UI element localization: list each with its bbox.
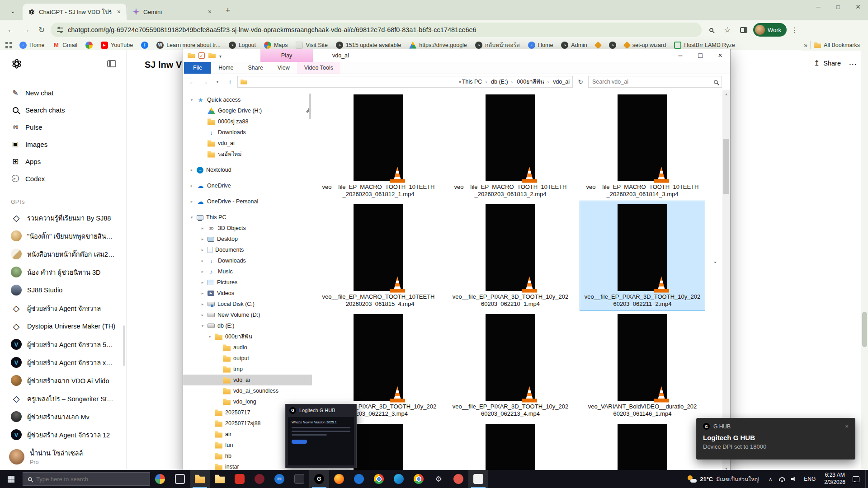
file-item[interactable]: veo__file_EP_MACRO_TOOTH_10TEETH _202602…	[576, 91, 708, 201]
language-indicator[interactable]: ENG	[800, 476, 820, 482]
url-input[interactable]	[68, 26, 695, 33]
taskbar-app-button[interactable]	[289, 470, 309, 488]
explorer-maximize-button[interactable]: □	[690, 49, 710, 62]
tree-item[interactable]: vdo_ai	[183, 375, 312, 385]
gpt-list-item[interactable]: ผู้ช่วยสร้าง Agent จักรวาล 5ฉา...	[5, 335, 122, 353]
tree-expander-icon[interactable]	[189, 168, 194, 172]
file-item[interactable]: veo__file_EP_PIXAR_3D_TOOTH_10y_202 6020…	[576, 201, 708, 310]
gpt-list-item[interactable]: SJ88 Studio	[5, 281, 122, 299]
page-scrollbar[interactable]	[861, 50, 868, 470]
bookmarks-overflow-icon[interactable]	[801, 42, 810, 49]
tree-item[interactable]: 0000sj za88	[183, 116, 312, 127]
explorer-forward-icon[interactable]: →	[199, 76, 210, 87]
tree-item[interactable]: Documents	[183, 244, 312, 255]
sidebar-nav-item[interactable]: Apps	[5, 153, 122, 170]
forward-button[interactable]: →	[20, 23, 33, 36]
network-icon[interactable]	[776, 470, 788, 488]
breadcrumb-segment[interactable]: This PC	[462, 79, 490, 85]
sidebar-nav-item[interactable]: Codex	[5, 170, 122, 187]
file-item[interactable]: veo__file_EP_PIXAR_3D_TOOTH_10y_202 6020…	[444, 310, 576, 420]
explorer-scrollbar[interactable]	[722, 90, 730, 472]
ribbon-tab[interactable]: Share	[241, 62, 270, 74]
page-scrollbar-thumb[interactable]	[862, 312, 867, 347]
gpt-list-item[interactable]: ผู้ช่วยสร้าง Agent จักรวาล 12	[5, 426, 122, 444]
explorer-history-icon[interactable]: ▾	[212, 76, 223, 87]
notification-toast[interactable]: G HUB Logitech G HUB Device DPI set to 1…	[696, 418, 855, 460]
explorer-scrollbar-thumb[interactable]	[723, 139, 729, 194]
toast-close-icon[interactable]	[845, 423, 849, 430]
tab-search-icon[interactable]	[6, 5, 19, 17]
sidebar-nav-item[interactable]: Images	[5, 136, 122, 153]
taskbar-app-button[interactable]	[150, 470, 170, 488]
tab-chatgpt[interactable]: ChatGPT - SJ lnw VDO โปรแกรม ×	[23, 4, 127, 20]
tree-item[interactable]: db (E:)	[183, 320, 312, 331]
tree-item[interactable]: 3D Objects	[183, 223, 312, 234]
sidebar-nav-item[interactable]: Search chats	[5, 101, 122, 118]
taskbar-app-button[interactable]	[429, 470, 448, 488]
refresh-icon[interactable]	[575, 76, 586, 87]
reload-button[interactable]: ↻	[35, 23, 48, 36]
taskbar-app-button[interactable]	[309, 470, 329, 488]
tree-expander-icon[interactable]	[200, 258, 205, 263]
taskbar-app-button[interactable]	[329, 470, 349, 488]
tree-expander-icon[interactable]	[189, 215, 194, 220]
gpt-list-item[interactable]: ครูเพลงโปร – Songwriter Stu...	[5, 389, 122, 408]
tree-item[interactable]: Desktop	[183, 234, 312, 244]
tree-item[interactable]: Music	[183, 266, 312, 277]
tree-expander-icon[interactable]	[200, 269, 205, 274]
ribbon-tab[interactable]: View	[270, 62, 297, 74]
gpt-list-item[interactable]: ผู้ช่วยสร้าง Agent จักรวาล xx ...	[5, 353, 122, 371]
gpt-list-item[interactable]: รวมความรู้ที่เรียนมา By SJ88	[5, 209, 122, 227]
ribbon-tab[interactable]: Home	[211, 62, 241, 74]
qat-customize-icon[interactable]	[219, 52, 222, 60]
gpt-list-item[interactable]: "น้องตั๊ก" เขียนบทพูดขายสินค้...	[5, 227, 122, 245]
new-tab-button[interactable]	[222, 5, 234, 16]
share-button[interactable]: Share	[814, 59, 841, 67]
conversation-menu-icon[interactable]	[845, 57, 860, 71]
account-row[interactable]: น้ำน่าน โซล่าเซลล์ Pro	[0, 443, 126, 470]
sidebar-toggle-icon[interactable]	[107, 60, 116, 67]
bookmark-item[interactable]: 1515 update available	[333, 41, 404, 50]
new-folder-icon[interactable]	[208, 53, 216, 58]
bookmark-item[interactable]: Learn more about tr...	[153, 41, 224, 50]
gpt-list-item[interactable]: ผู้ช่วยสร้างนางเอก Mv	[5, 408, 122, 426]
file-item[interactable]: veo__file_EP_MACRO_TOOTH_10TEETH _202602…	[312, 201, 444, 310]
ghub-taskbar-preview[interactable]: Logitech G HUB What's New in Version 202…	[285, 404, 357, 468]
minimize-button[interactable]	[808, 0, 828, 14]
maximize-button[interactable]	[828, 0, 848, 14]
site-settings-icon[interactable]	[57, 28, 63, 32]
apps-grid-icon[interactable]	[5, 42, 12, 48]
tree-item[interactable]: Google Drive (H:)	[183, 105, 312, 116]
file-item[interactable]: veo_VARIANT_BoldVIDEO__duratio_202 60203…	[576, 310, 708, 420]
start-button[interactable]	[0, 470, 22, 488]
tree-item[interactable]: Videos	[183, 288, 312, 299]
gpt-list-item[interactable]: หนังสือนายหน้าตั๊กต๊อก เล่ม2 B...	[5, 245, 122, 263]
ribbon-tab[interactable]: File	[184, 62, 211, 74]
breadcrumb-segment[interactable]: vdo_ai	[553, 79, 570, 85]
tree-item[interactable]: Pictures	[183, 277, 312, 288]
tab-close-icon[interactable]: ×	[207, 8, 213, 15]
tree-item[interactable]: vdo_ai_soundless	[183, 385, 312, 396]
tree-item[interactable]: Local Disk (C:)	[183, 299, 312, 310]
taskbar-app-button[interactable]	[210, 470, 230, 488]
sidebar-nav-item[interactable]: New chat	[5, 84, 122, 101]
bookmark-item[interactable]: Home	[525, 41, 556, 50]
taskbar-weather[interactable]: 21°C มีเมฆเป็นส่วนใหญ่	[682, 470, 764, 488]
bookmark-item[interactable]	[592, 42, 604, 49]
bookmark-item[interactable]: HostBrr LAMD Ryze	[671, 41, 738, 50]
action-center-icon[interactable]	[850, 470, 862, 488]
sidebar-scrollbar[interactable]	[123, 325, 125, 366]
explorer-up-icon[interactable]: ↑	[225, 76, 236, 87]
taskbar-search-input[interactable]	[36, 476, 145, 483]
breadcrumb-segment[interactable]: 000ยาสีฟัน	[517, 77, 552, 86]
properties-check-icon[interactable]	[198, 52, 205, 59]
all-bookmarks-button[interactable]: All Bookmarks	[810, 41, 863, 49]
taskbar-app-button[interactable]	[349, 470, 369, 488]
tree-item[interactable]: รออัพใหม่	[183, 149, 312, 160]
tree-expander-icon[interactable]	[200, 313, 205, 317]
explorer-titlebar[interactable]: Play vdo_ai – □ ×	[183, 49, 730, 62]
hidden-icons-chevron[interactable]	[764, 470, 776, 488]
tree-expander-icon[interactable]	[208, 334, 212, 339]
file-item[interactable]	[576, 420, 708, 472]
tree-expander-icon[interactable]	[200, 302, 205, 306]
